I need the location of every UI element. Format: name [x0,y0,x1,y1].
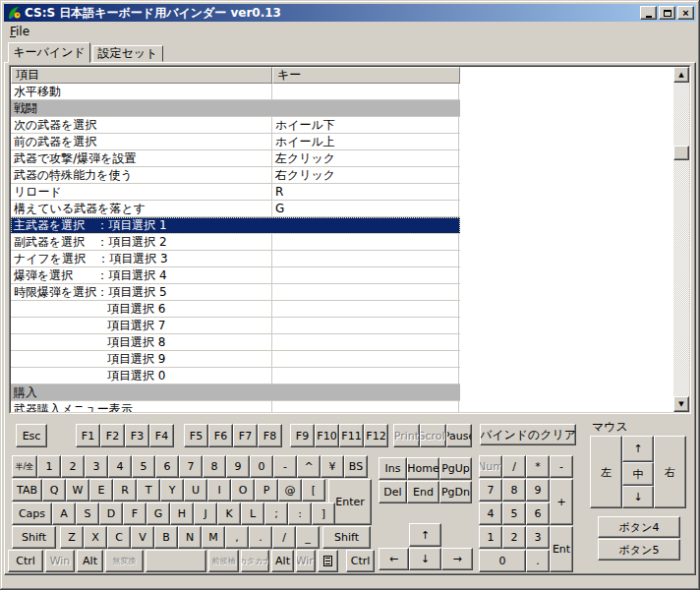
key-f9[interactable]: F9 [290,424,315,447]
key-lwin[interactable]: Win [45,550,75,572]
binding-row[interactable]: 時限爆弾を選択：項目選択 5 [11,284,460,301]
key-np9[interactable]: 9 [526,479,550,502]
key-d6[interactable]: 6 [155,455,179,478]
binding-row[interactable]: 項目選択 8 [11,334,460,351]
binding-row[interactable]: 前の武器を選択ホイール上 [11,134,460,150]
key-lctrl[interactable]: Ctrl [8,550,43,572]
key-mbtn5[interactable]: ボタン5 [598,539,680,560]
key-t[interactable]: T [137,479,160,502]
key-npdot[interactable]: . [526,550,550,572]
binding-row[interactable]: 副武器を選択 ：項目選択 2 [11,234,460,251]
key-minus[interactable]: - [273,455,297,478]
binding-row[interactable]: 項目選択 7 [11,318,460,334]
key-del[interactable]: Del [379,481,407,503]
key-comma[interactable]: , [225,526,249,549]
key-a[interactable]: A [52,502,76,525]
key-semicolon[interactable]: ; [264,502,288,525]
key-np8[interactable]: 8 [502,479,526,502]
binding-row[interactable]: 爆弾を選択 ：項目選択 4 [11,267,460,284]
key-f12[interactable]: F12 [364,424,388,447]
key-yen[interactable]: ¥ [321,455,344,478]
key-k[interactable]: K [217,502,241,525]
binding-row[interactable]: 次の武器を選択ホイール下 [11,117,460,134]
key-ralt[interactable]: Alt [271,550,294,572]
key-mdown[interactable]: ↓ [622,486,654,508]
binding-row[interactable]: 水平移動 [11,84,460,100]
key-scroll[interactable]: Scroll [420,424,446,447]
key-underscore[interactable]: _ [296,526,320,549]
key-o[interactable]: O [231,479,255,502]
key-d8[interactable]: 8 [203,455,226,478]
column-header-item[interactable]: 項目 [11,67,272,84]
key-mleft[interactable]: 左 [590,436,622,508]
key-arrright[interactable]: → [441,548,473,570]
column-header-key[interactable]: キー [272,67,460,84]
key-u[interactable]: U [184,479,207,502]
key-d5[interactable]: 5 [132,455,155,478]
key-g[interactable]: G [146,502,170,525]
key-d3[interactable]: 3 [85,455,108,478]
binding-row[interactable]: 武器の特殊能力を使う右クリック [11,167,460,184]
key-rbracket[interactable]: ] [312,502,335,525]
key-x[interactable]: X [84,526,107,549]
key-mmid[interactable]: 中 [622,462,654,486]
key-colon[interactable]: : [288,502,312,525]
key-v[interactable]: V [131,526,154,549]
binding-row[interactable]: 構えている武器を落とすG [11,201,460,217]
key-j[interactable]: J [194,502,217,525]
key-home[interactable]: Home [407,457,439,480]
key-rctrl[interactable]: Ctrl [346,550,375,572]
key-slash[interactable]: / [272,526,296,549]
key-caps[interactable]: Caps [12,502,52,525]
key-f6[interactable]: F6 [208,424,233,447]
title-bar[interactable]: CS:S 日本語キーボード用バインダー ver0.13 × [4,4,696,22]
minimize-button[interactable] [640,6,657,20]
key-np3[interactable]: 3 [526,526,550,549]
section-row[interactable]: 戦闘 [11,100,460,117]
key-mright[interactable]: 右 [654,436,686,508]
key-bs[interactable]: BS [344,455,368,478]
key-f[interactable]: F [123,502,146,525]
key-rwin[interactable]: Win [296,550,316,572]
key-c[interactable]: C [107,526,131,549]
key-ins[interactable]: Ins [379,457,407,480]
binding-row[interactable]: 主武器を選択 ：項目選択 1 [11,217,460,234]
key-y[interactable]: Y [160,479,184,502]
binding-row[interactable]: リロードR [11,184,460,201]
scroll-thumb[interactable] [673,146,689,160]
key-f7[interactable]: F7 [233,424,258,447]
key-tab[interactable]: TAB [12,479,42,502]
key-npdiv[interactable]: / [502,455,526,478]
key-np2[interactable]: 2 [502,526,526,549]
key-f5[interactable]: F5 [184,424,208,447]
key-d1[interactable]: 1 [37,455,61,478]
key-npminus[interactable]: - [550,455,573,478]
key-r[interactable]: R [113,479,137,502]
key-lbracket[interactable]: [ [302,479,325,502]
key-f3[interactable]: F3 [125,424,149,447]
key-np1[interactable]: 1 [479,526,502,549]
key-muhenkan[interactable]: 無変換 [105,550,144,572]
key-end[interactable]: End [407,481,439,503]
key-arrup[interactable]: ↑ [409,523,441,547]
key-d[interactable]: D [99,502,123,525]
key-pgdn[interactable]: PgDn [439,481,472,503]
tab-settings-set[interactable]: 設定セット [92,45,163,62]
key-f10[interactable]: F10 [315,424,339,447]
key-h[interactable]: H [170,502,194,525]
key-b[interactable]: B [154,526,178,549]
key-arrleft[interactable]: ← [379,548,409,570]
key-at[interactable]: @ [278,479,302,502]
key-d2[interactable]: 2 [61,455,85,478]
key-mup[interactable]: ↑ [622,436,654,462]
table-scrollbar[interactable]: ▲ ▼ [673,67,689,412]
key-d9[interactable]: 9 [226,455,250,478]
key-w[interactable]: W [66,479,89,502]
key-period[interactable]: . [249,526,272,549]
close-button[interactable]: × [677,6,694,20]
key-np5[interactable]: 5 [502,502,526,525]
key-num[interactable]: Num [479,455,502,478]
key-npplus[interactable]: + [550,479,573,525]
key-f4[interactable]: F4 [149,424,174,447]
binding-row[interactable]: 項目選択 6 [11,301,460,318]
